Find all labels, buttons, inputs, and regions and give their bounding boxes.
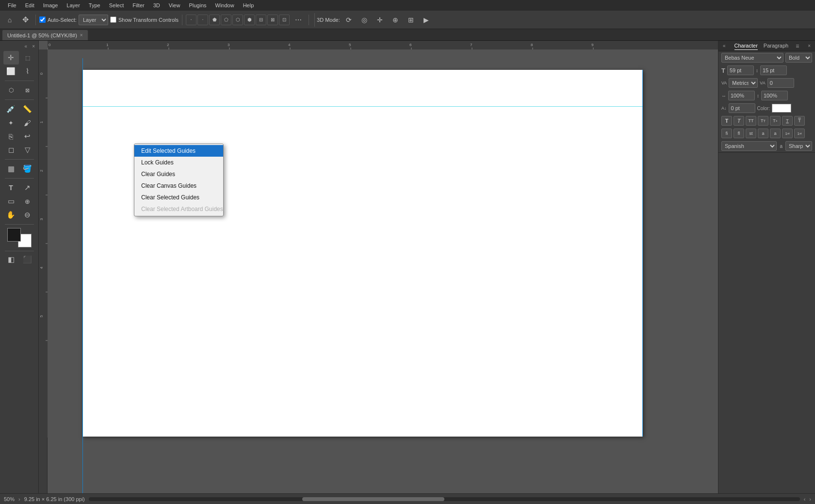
baseline-input[interactable]	[729, 103, 755, 113]
status-prev-btn[interactable]: ‹	[804, 496, 806, 502]
3d-video-btn[interactable]: ▶	[420, 13, 433, 27]
tools-panel-close[interactable]: ×	[31, 44, 36, 49]
char-all-caps[interactable]: TT	[746, 116, 756, 126]
antialias-select[interactable]: Sharp Crisp Strong Smooth	[785, 141, 812, 151]
menu-plugins[interactable]: Plugins	[185, 1, 210, 9]
status-arrow-btn[interactable]: ›	[18, 496, 20, 502]
ruler-tool[interactable]: 📏	[20, 102, 35, 116]
bg-eraser-tool[interactable]: ▽	[20, 143, 35, 157]
ctx-edit-guides[interactable]: Edit Selected Guides	[134, 145, 223, 157]
align-bottom[interactable]: ⬢	[244, 15, 255, 25]
menu-type[interactable]: Type	[85, 1, 104, 9]
toolbar-more-button[interactable]: ⋯	[292, 13, 305, 27]
menu-layer[interactable]: Layer	[63, 1, 84, 9]
panel-collapse[interactable]: «	[721, 43, 727, 49]
tab-character[interactable]: Character	[734, 42, 758, 50]
align-center-v[interactable]: ⬡	[232, 15, 243, 25]
scale-h-input[interactable]	[728, 91, 755, 100]
leading-input[interactable]	[760, 65, 787, 75]
auto-select-type[interactable]: Layer Group	[79, 15, 108, 25]
menu-window[interactable]: Window	[212, 1, 238, 9]
font-size-input[interactable]	[727, 65, 754, 75]
path-select-tool[interactable]: ↗	[20, 181, 35, 195]
char-swash[interactable]: a	[758, 129, 768, 138]
home-button[interactable]: ⌂	[3, 13, 16, 27]
scale-v-input[interactable]	[761, 91, 788, 100]
align-center-h[interactable]: ⬞	[197, 15, 208, 25]
crop-tool[interactable]: ⬡	[3, 83, 19, 97]
ctx-lock-guides[interactable]: Lock Guides	[134, 157, 223, 168]
char-alternate[interactable]: a	[770, 129, 781, 138]
char-underline[interactable]: T	[794, 116, 805, 126]
zoom-out-tool[interactable]: ⊖	[20, 208, 35, 222]
align-distribute-v[interactable]: ⊠	[267, 15, 278, 25]
char-faux-italic[interactable]: T	[734, 116, 744, 126]
rect-tool[interactable]: ▭	[3, 195, 19, 208]
ctx-clear-canvas-guides[interactable]: Clear Canvas Guides	[134, 180, 223, 192]
hand-tool[interactable]: ✋	[3, 208, 19, 222]
history-brush-tool[interactable]: ↩	[20, 130, 35, 143]
lasso-tool[interactable]: ⌇	[20, 65, 35, 78]
panel-menu-btn[interactable]: ≡	[796, 43, 799, 49]
3d-rotate-btn[interactable]: ⟳	[342, 13, 356, 27]
align-more[interactable]: ⊡	[279, 15, 290, 25]
3d-scale-btn[interactable]: ⊞	[404, 13, 418, 27]
rect-select-tool[interactable]: ⬜	[3, 65, 19, 78]
slice-tool[interactable]: ⊠	[20, 83, 35, 97]
align-left[interactable]: ⬝	[186, 15, 196, 25]
move-tool[interactable]: ✛	[3, 51, 19, 65]
menu-image[interactable]: Image	[39, 1, 62, 9]
char-small-caps[interactable]: TT	[758, 116, 768, 126]
status-next-btn[interactable]: ›	[809, 496, 811, 502]
language-select[interactable]: Spanish English French	[721, 141, 777, 151]
kerning-select[interactable]: Metrics Optical 0	[729, 78, 758, 88]
font-style-select[interactable]: Bold	[785, 53, 812, 63]
3d-orbit-btn[interactable]: ◎	[358, 13, 371, 27]
eraser-tool[interactable]: ◻	[3, 143, 19, 157]
3d-slide-btn[interactable]: ⊕	[389, 13, 402, 27]
char-sup-2[interactable]: 1st	[794, 129, 805, 138]
char-subscript[interactable]: T	[782, 116, 793, 126]
zoom-tool[interactable]: ⊕	[20, 195, 35, 208]
char-ligature-2[interactable]: ﬂ	[734, 129, 744, 138]
menu-edit[interactable]: Edit	[21, 1, 38, 9]
menu-file[interactable]: File	[4, 1, 20, 9]
char-ordinal[interactable]: st	[746, 129, 756, 138]
panel-close-btn[interactable]: ×	[806, 43, 812, 49]
move-tool-button[interactable]: ✥	[18, 13, 32, 27]
status-scrollbar[interactable]	[89, 497, 800, 501]
paint-bucket-tool[interactable]: 🪣	[20, 162, 35, 176]
artboard-tool[interactable]: ⬚	[20, 51, 35, 65]
foreground-color-swatch[interactable]	[7, 228, 21, 242]
char-ligature[interactable]: ﬁ	[721, 129, 732, 138]
brush-tool[interactable]: 🖌	[20, 116, 35, 130]
menu-help[interactable]: Help	[239, 1, 258, 9]
tab-close-button[interactable]: ×	[80, 33, 83, 38]
gradient-tool[interactable]: ▦	[3, 162, 19, 176]
document-tab[interactable]: Untitled-1 @ 50% (CMYK/8#) ×	[2, 30, 88, 40]
align-right[interactable]: ⬟	[209, 15, 220, 25]
align-top[interactable]: ⬠	[221, 15, 231, 25]
tools-panel-collapse[interactable]: «	[23, 44, 29, 49]
color-swatch[interactable]	[772, 104, 791, 113]
show-transform-checkbox[interactable]	[110, 16, 116, 23]
3d-pan-btn[interactable]: ✛	[373, 13, 387, 27]
ctx-clear-guides[interactable]: Clear Guides	[134, 168, 223, 180]
spot-heal-tool[interactable]: ✦	[3, 116, 19, 130]
auto-select-checkbox[interactable]	[39, 16, 46, 23]
ctx-clear-selected-guides[interactable]: Clear Selected Guides	[134, 192, 223, 203]
eyedropper-tool[interactable]: 💉	[3, 102, 19, 116]
char-superscript[interactable]: T+	[770, 116, 781, 126]
align-distribute-h[interactable]: ⊟	[256, 15, 266, 25]
screen-mode-btn[interactable]: ⬛	[20, 253, 35, 266]
clone-tool[interactable]: ⎘	[3, 130, 19, 143]
menu-3d[interactable]: 3D	[149, 1, 164, 9]
tab-paragraph[interactable]: Paragraph	[764, 42, 788, 50]
type-tool[interactable]: T	[3, 181, 19, 195]
menu-select[interactable]: Select	[105, 1, 128, 9]
menu-view[interactable]: View	[165, 1, 184, 9]
menu-filter[interactable]: Filter	[129, 1, 148, 9]
font-family-select[interactable]: Bebas Neue	[721, 53, 783, 63]
quick-mask-btn[interactable]: ◧	[3, 253, 19, 266]
char-faux-bold[interactable]: T	[721, 116, 732, 126]
